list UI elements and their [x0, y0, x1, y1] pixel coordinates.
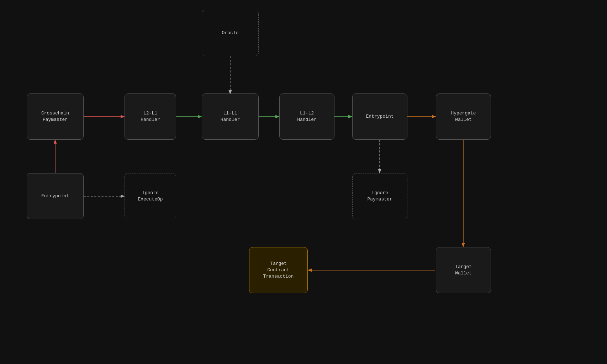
- l2-l1-handler-node: L2-L1Handler: [125, 93, 176, 140]
- target-contract-transaction-node: TargetContractTransaction: [249, 247, 308, 293]
- ignore-paymaster-node: IgnorePaymaster: [352, 173, 407, 219]
- crosschain-paymaster-node: CrosschainPaymaster: [27, 93, 84, 140]
- l1-l2-handler-label: L1-L2Handler: [297, 110, 317, 123]
- entrypoint-right-node: Entrypoint: [352, 93, 407, 140]
- entrypoint-right-label: Entrypoint: [366, 113, 394, 120]
- l1-l1-handler-node: L1-L1Handler: [202, 93, 259, 140]
- arrows-layer: [0, 0, 607, 364]
- entrypoint-left-node: Entrypoint: [27, 173, 84, 219]
- ignore-paymaster-label: IgnorePaymaster: [367, 190, 392, 203]
- hypergate-wallet-node: HypergateWallet: [436, 93, 491, 140]
- ignore-executeop-label: IgnoreExecuteOp: [138, 190, 163, 203]
- target-wallet-label: TargetWallet: [455, 264, 472, 277]
- l2-l1-handler-label: L2-L1Handler: [141, 110, 160, 123]
- target-wallet-node: TargetWallet: [436, 247, 491, 293]
- l1-l1-handler-label: L1-L1Handler: [221, 110, 240, 123]
- oracle-label: Oracle: [222, 30, 239, 36]
- hypergate-wallet-label: HypergateWallet: [451, 110, 476, 123]
- target-contract-transaction-label: TargetContractTransaction: [263, 261, 294, 280]
- l1-l2-handler-node: L1-L2Handler: [279, 93, 334, 140]
- entrypoint-left-label: Entrypoint: [41, 193, 69, 199]
- diagram: Oracle CrosschainPaymaster L2-L1Handler …: [0, 0, 607, 364]
- ignore-executeop-node: IgnoreExecuteOp: [125, 173, 176, 219]
- crosschain-paymaster-label: CrosschainPaymaster: [41, 110, 69, 123]
- oracle-node: Oracle: [202, 10, 259, 56]
